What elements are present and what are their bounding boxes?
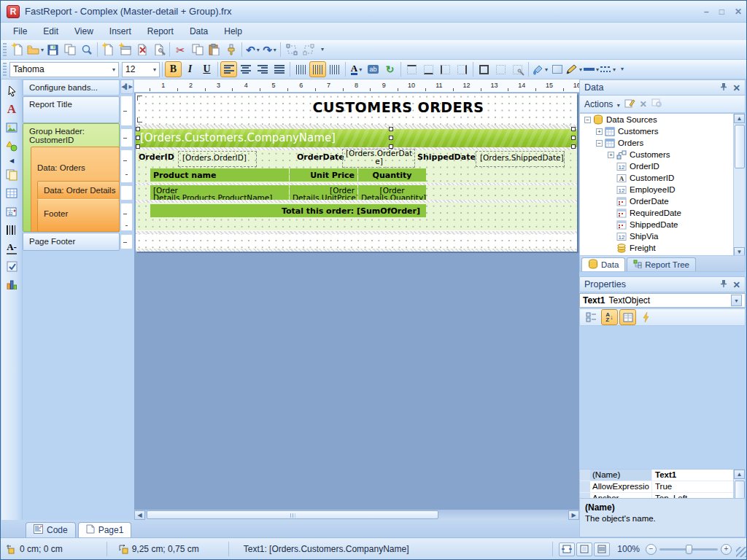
new-dialog-button[interactable] bbox=[117, 42, 133, 58]
minimize-button[interactable]: – bbox=[704, 7, 709, 17]
delete-page-button[interactable] bbox=[133, 42, 150, 58]
tree-item-shipvia[interactable]: 12ShipVia bbox=[580, 230, 745, 242]
page-setup-button[interactable] bbox=[150, 42, 167, 58]
canvas-data-orders-band[interactable]: OrderID [Orders.OrderID] OrderDate [Orde… bbox=[136, 150, 577, 183]
toolbar-grip[interactable] bbox=[3, 43, 7, 56]
order-date-expr[interactable]: [Orders.OrderDate] bbox=[345, 149, 413, 166]
property-row-allowexpressio[interactable]: AllowExpressioTrue bbox=[580, 481, 745, 493]
band-separator[interactable] bbox=[136, 249, 577, 252]
actions-menu-button[interactable]: Actions ▾ bbox=[584, 99, 620, 109]
report-page[interactable]: CUSTOMERS ORDERS [Orders.Customers.Compa… bbox=[136, 93, 577, 252]
fill-color-button[interactable]: ▾ bbox=[531, 61, 549, 77]
border-bottom-button[interactable] bbox=[420, 61, 437, 77]
copy-button[interactable] bbox=[189, 42, 206, 58]
expand-icon[interactable]: + bbox=[608, 152, 614, 158]
tree-item-orderid[interactable]: 12OrderID bbox=[580, 160, 745, 172]
redo-button[interactable]: ↷▾ bbox=[261, 42, 278, 58]
table-header-product[interactable]: Product name bbox=[150, 168, 289, 182]
bold-button[interactable]: B bbox=[165, 61, 182, 77]
group-header-text-object[interactable]: [Orders.Customers.CompanyName] bbox=[136, 129, 577, 147]
tree-item-customerid[interactable]: ACustomerID bbox=[580, 172, 745, 184]
border-none-button[interactable] bbox=[492, 61, 509, 77]
table-cell-unit-price[interactable]: [Order Details.UnitPrice] bbox=[290, 185, 357, 200]
order-date-label[interactable]: OrderDate bbox=[297, 152, 344, 162]
table-cell-quantity[interactable]: [Order Details.Quantity] bbox=[358, 185, 426, 200]
canvas-page-footer-band[interactable] bbox=[136, 234, 577, 249]
border-right-button[interactable] bbox=[454, 61, 471, 77]
close-panel-icon[interactable]: ✕ bbox=[733, 82, 740, 93]
order-id-label[interactable]: OrderID bbox=[139, 152, 174, 162]
italic-button[interactable]: I bbox=[182, 61, 198, 77]
collapse-icon[interactable]: − bbox=[596, 140, 603, 147]
canvas-report-title-band[interactable]: CUSTOMERS ORDERS bbox=[136, 93, 577, 125]
property-row-name[interactable]: (Name)Text1 bbox=[580, 470, 745, 481]
shipped-date-expr[interactable]: [Orders.ShippedDate] bbox=[480, 153, 564, 162]
border-top-button[interactable] bbox=[403, 61, 420, 77]
border-props-button[interactable] bbox=[509, 61, 526, 77]
pin-icon[interactable] bbox=[719, 82, 727, 93]
doc-tab-page1[interactable]: Page1 bbox=[78, 522, 132, 537]
order-id-expr[interactable]: [Orders.OrderID] bbox=[182, 153, 247, 162]
valign-bottom-button[interactable] bbox=[326, 61, 343, 77]
zoom-slider-track[interactable] bbox=[659, 548, 718, 551]
zoom-out-button[interactable]: − bbox=[646, 544, 657, 555]
font-name-combobox[interactable]: Tahoma▾ bbox=[9, 62, 119, 77]
view-100-button[interactable] bbox=[594, 542, 610, 556]
pin-icon[interactable] bbox=[719, 279, 727, 289]
order-total-cell[interactable]: Total this order: [SumOfOrder] bbox=[150, 204, 426, 217]
object-selector[interactable]: Text1 TextObject ▼ bbox=[579, 293, 746, 308]
canvas-group-header-band[interactable]: [Orders.Customers.CompanyName] bbox=[136, 129, 577, 147]
align-right-button[interactable] bbox=[254, 61, 271, 77]
categorized-view-button[interactable] bbox=[583, 309, 600, 325]
line-width-button[interactable]: ▾ bbox=[583, 61, 600, 77]
tree-item-orders[interactable]: −Orders bbox=[580, 137, 745, 149]
ungroup-button[interactable] bbox=[300, 42, 317, 58]
text-object[interactable]: A bbox=[3, 101, 20, 118]
shipped-date-label[interactable]: ShippedDate bbox=[417, 152, 476, 162]
valign-top-button[interactable] bbox=[293, 61, 309, 77]
richtext-object[interactable]: A‑ bbox=[3, 239, 20, 257]
font-color-button[interactable]: A▾ bbox=[348, 61, 365, 77]
canvas-order-details-band[interactable]: [Order Details.Products.ProductName] [Or… bbox=[136, 185, 577, 200]
menu-insert[interactable]: Insert bbox=[101, 24, 139, 39]
scroll-down-button[interactable]: ▼ bbox=[734, 247, 745, 256]
undo-button[interactable]: ↶▾ bbox=[244, 42, 261, 58]
table-header-quantity[interactable]: Quantity bbox=[358, 168, 426, 182]
doc-tab-code[interactable]: Code bbox=[26, 522, 76, 537]
report-title-text[interactable]: CUSTOMERS ORDERS bbox=[252, 99, 544, 115]
subreport-object[interactable] bbox=[3, 166, 20, 184]
checkbox-object[interactable] bbox=[3, 257, 20, 275]
open-button[interactable]: ▾ bbox=[26, 42, 44, 58]
zoom-slider-thumb[interactable] bbox=[686, 545, 692, 554]
tree-item-shippeddate[interactable]: ShippedDate bbox=[580, 219, 745, 230]
cut-button[interactable]: ✂ bbox=[172, 42, 189, 58]
scroll-right-button[interactable]: ▶ bbox=[568, 510, 579, 520]
shape-object[interactable] bbox=[3, 137, 20, 155]
view-data-icon[interactable] bbox=[651, 98, 662, 110]
collapse-palette[interactable]: ◀ bbox=[3, 155, 20, 166]
align-center-button[interactable] bbox=[237, 61, 254, 77]
band-data-order-details[interactable]: Data: Order Details bbox=[37, 181, 120, 200]
border-left-button[interactable] bbox=[437, 61, 454, 77]
band-report-title[interactable]: Report Title bbox=[23, 96, 120, 123]
select-tool[interactable] bbox=[3, 82, 20, 100]
close-button[interactable]: ✕ bbox=[735, 7, 742, 17]
events-view-button[interactable] bbox=[638, 309, 654, 325]
tree-item-employeeid[interactable]: 12EmployeeID bbox=[580, 184, 745, 195]
menu-report[interactable]: Report bbox=[139, 24, 182, 39]
font-size-combobox[interactable]: 12▾ bbox=[122, 62, 160, 77]
data-tree-scrollbar[interactable]: ▲ ▼ bbox=[733, 114, 745, 256]
new-page-button[interactable] bbox=[100, 42, 117, 58]
properties-view-button[interactable] bbox=[619, 309, 636, 325]
table-cell-product[interactable]: [Order Details.Products.ProductName] bbox=[150, 185, 289, 200]
menu-help[interactable]: Help bbox=[216, 24, 250, 39]
band-footer[interactable]: Footer bbox=[37, 200, 120, 232]
tree-item-orderdate[interactable]: OrderDate bbox=[580, 195, 745, 207]
dock-tab-data[interactable]: Data bbox=[581, 257, 625, 271]
scroll-up-button[interactable]: ▲ bbox=[734, 114, 745, 123]
view-whole-page-button[interactable] bbox=[576, 542, 592, 556]
menu-view[interactable]: View bbox=[66, 24, 101, 39]
chevron-down-icon[interactable]: ▼ bbox=[731, 295, 742, 306]
resize-grip[interactable] bbox=[736, 547, 746, 557]
view-page-width-button[interactable] bbox=[559, 542, 575, 556]
